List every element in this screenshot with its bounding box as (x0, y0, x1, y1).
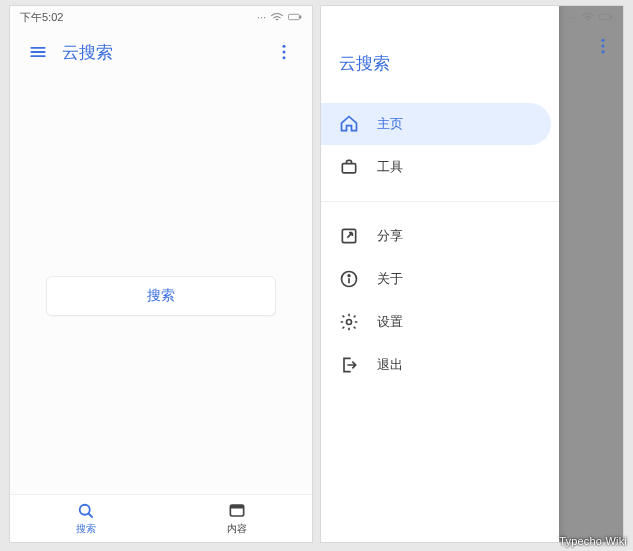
search-icon (76, 501, 96, 521)
svg-rect-0 (289, 14, 300, 19)
svg-rect-12 (600, 14, 611, 19)
svg-point-8 (79, 505, 89, 515)
drawer-item-exit[interactable]: 退出 (321, 344, 551, 386)
drawer-item-label: 主页 (377, 115, 403, 133)
search-button[interactable]: 搜索 (46, 276, 276, 316)
wifi-icon (581, 12, 595, 22)
svg-line-9 (88, 514, 92, 518)
battery-icon (599, 12, 613, 22)
info-icon (339, 269, 359, 289)
app-bar: 云搜索 (10, 28, 312, 76)
svg-point-21 (348, 275, 350, 277)
svg-point-22 (347, 320, 352, 325)
drawer-item-label: 分享 (377, 227, 403, 245)
overflow-button[interactable] (264, 32, 304, 72)
drawer-item-about[interactable]: 关于 (321, 258, 551, 300)
status-system-icons: ··· (568, 11, 613, 23)
bottom-nav-content[interactable]: 内容 (161, 495, 312, 542)
svg-rect-17 (342, 164, 355, 173)
toolbox-icon (339, 157, 359, 177)
svg-point-5 (283, 45, 286, 48)
home-icon (339, 114, 359, 134)
bottom-nav-label: 内容 (227, 522, 247, 536)
svg-rect-1 (300, 16, 301, 18)
svg-point-7 (283, 56, 286, 59)
status-system-icons: ··· (257, 11, 302, 23)
status-bar: 下午5:02 ··· (10, 6, 312, 28)
more-vertical-icon (593, 36, 613, 56)
hamburger-icon (28, 42, 48, 62)
drawer-list-primary: 主页 工具 (321, 98, 559, 193)
drawer-item-label: 工具 (377, 158, 403, 176)
exit-icon (339, 355, 359, 375)
drawer-item-label: 设置 (377, 313, 403, 331)
phone-screenshot-left: 下午5:02 ··· 云搜索 搜索 搜索 内容 (9, 5, 313, 543)
battery-icon (288, 12, 302, 22)
gear-icon (339, 312, 359, 332)
app-title: 云搜索 (62, 41, 113, 64)
share-icon (339, 226, 359, 246)
search-button-label: 搜索 (147, 287, 175, 305)
drawer-item-settings[interactable]: 设置 (321, 301, 551, 343)
drawer-item-label: 关于 (377, 270, 403, 288)
menu-button[interactable] (18, 32, 58, 72)
drawer-list-secondary: 分享 关于 设置 退出 (321, 210, 559, 391)
bottom-nav: 搜索 内容 (10, 494, 312, 542)
wifi-icon (270, 12, 284, 22)
phone-screenshot-right: 下午5:02 ··· 云搜索 主页 工具 (320, 5, 624, 543)
more-vertical-icon (274, 42, 294, 62)
bottom-nav-label: 搜索 (76, 522, 96, 536)
main-content: 搜索 (10, 76, 312, 494)
watermark: Typecho.Wiki (559, 535, 627, 547)
content-icon (227, 501, 247, 521)
svg-point-15 (602, 45, 605, 48)
drawer-title: 云搜索 (321, 28, 559, 98)
svg-point-6 (283, 51, 286, 54)
status-time: 下午5:02 (20, 10, 63, 25)
nav-drawer: 云搜索 主页 工具 分享 关于 设置 (321, 6, 559, 542)
svg-rect-11 (230, 505, 243, 508)
svg-point-16 (602, 50, 605, 53)
drawer-item-tools[interactable]: 工具 (321, 146, 551, 188)
drawer-item-share[interactable]: 分享 (321, 215, 551, 257)
drawer-item-label: 退出 (377, 356, 403, 374)
bottom-nav-search[interactable]: 搜索 (10, 495, 161, 542)
overflow-button-bg (593, 36, 613, 60)
drawer-divider (321, 201, 559, 202)
drawer-item-home[interactable]: 主页 (321, 103, 551, 145)
svg-point-14 (602, 39, 605, 42)
svg-rect-13 (611, 16, 612, 18)
